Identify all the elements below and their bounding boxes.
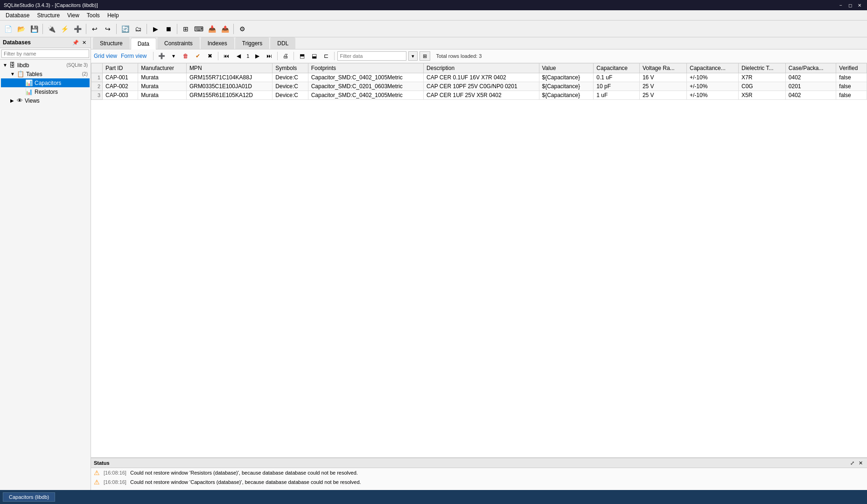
- cell-symbols[interactable]: Device:C: [273, 91, 308, 100]
- tree-toggle-tables[interactable]: ▼: [10, 71, 17, 77]
- cell-voltage-rating[interactable]: 16 V: [639, 73, 686, 82]
- schema-btn[interactable]: 🗂: [132, 23, 144, 35]
- cell-manufacturer[interactable]: Murata: [138, 82, 187, 91]
- rollback-btn[interactable]: ✖: [205, 51, 215, 61]
- tree-item-tables[interactable]: ▼ 📋 Tables (2): [1, 70, 90, 78]
- cell-part-id[interactable]: CAP-002: [103, 82, 138, 91]
- tree-item-views[interactable]: ▶ 👁 Views: [1, 96, 90, 105]
- col-manufacturer[interactable]: Manufacturer: [138, 63, 187, 73]
- cell-manufacturer[interactable]: Murata: [138, 73, 187, 82]
- tree-toggle-libdb[interactable]: ▼: [3, 63, 9, 68]
- tab-structure[interactable]: Structure: [93, 37, 130, 49]
- cell-case/package[interactable]: 0402: [785, 73, 836, 82]
- cell-capacitance[interactable]: 1 uF: [594, 91, 640, 100]
- cell-verified[interactable]: false: [836, 82, 867, 91]
- cell-verified[interactable]: false: [836, 73, 867, 82]
- cell-capacitance-tol[interactable]: +/-10%: [687, 73, 739, 82]
- col-description[interactable]: Description: [424, 63, 539, 73]
- import-btn[interactable]: 📥: [206, 23, 218, 35]
- cell-voltage-rating[interactable]: 25 V: [639, 82, 686, 91]
- settings-btn[interactable]: ⚙: [236, 23, 248, 35]
- table-row[interactable]: 2CAP-002MurataGRM0335C1E100JA01DDevice:C…: [91, 82, 867, 91]
- first-page-btn[interactable]: ⏮: [221, 51, 231, 61]
- tab-triggers[interactable]: Triggers: [235, 37, 270, 49]
- stop-btn[interactable]: ⏹: [162, 23, 175, 35]
- menu-structure[interactable]: Structure: [33, 11, 63, 20]
- redo-btn[interactable]: ↪: [102, 23, 114, 35]
- cell-part-id[interactable]: CAP-001: [103, 73, 138, 82]
- cell-case/package[interactable]: 0402: [785, 91, 836, 100]
- col-symbols[interactable]: Symbols: [273, 63, 308, 73]
- cell-footprints[interactable]: Capacitor_SMD:C_0201_0603Metric: [308, 82, 423, 91]
- tree-item-resistors[interactable]: 📊 Resistors: [1, 87, 90, 96]
- cell-capacitance[interactable]: 10 pF: [594, 82, 640, 91]
- tree-item-libdb[interactable]: ▼ 🗄 libdb (SQLite 3): [1, 61, 90, 70]
- disconnect-btn[interactable]: ⚡: [58, 23, 70, 35]
- cell-footprints[interactable]: Capacitor_SMD:C_0402_1005Metric: [308, 91, 423, 100]
- grid-view-link[interactable]: Grid view: [94, 53, 117, 59]
- filter-apply-btn[interactable]: ▾: [408, 51, 418, 61]
- save-btn[interactable]: 💾: [28, 23, 40, 35]
- sidebar-pin-btn[interactable]: 📌: [72, 39, 79, 46]
- table-row[interactable]: 1CAP-001MurataGRM155R71C104KA88JDevice:C…: [91, 73, 867, 82]
- cell-capacitance[interactable]: 0.1 uF: [594, 73, 640, 82]
- cell-capacitance-tol[interactable]: +/-10%: [687, 91, 739, 100]
- cell-capacitance-tol[interactable]: +/-10%: [687, 82, 739, 91]
- status-panel-close-btn[interactable]: ✕: [857, 459, 864, 467]
- cell-mpn[interactable]: GRM0335C1E100JA01D: [186, 82, 272, 91]
- filter-clear-btn[interactable]: ⊞: [420, 51, 430, 61]
- col-value[interactable]: Value: [539, 63, 594, 73]
- tree-item-capacitors[interactable]: 📊 Capacitors: [1, 78, 90, 87]
- run-btn[interactable]: ▶: [149, 23, 161, 35]
- tab-indexes[interactable]: Indexes: [201, 37, 234, 49]
- tab-ddl[interactable]: DDL: [270, 37, 295, 49]
- cell-symbols[interactable]: Device:C: [273, 82, 308, 91]
- table-btn[interactable]: ⊞: [180, 23, 192, 35]
- cell-mpn[interactable]: GRM155R61E105KA12D: [186, 91, 272, 100]
- cell-description[interactable]: CAP CER 1UF 25V X5R 0402: [424, 91, 539, 100]
- cell-symbols[interactable]: Device:C: [273, 73, 308, 82]
- table-row[interactable]: 3CAP-003MurataGRM155R61E105KA12DDevice:C…: [91, 91, 867, 100]
- status-panel-expand-btn[interactable]: ⤢: [848, 459, 856, 467]
- col-footprints[interactable]: Footprints: [308, 63, 423, 73]
- new-btn[interactable]: 📄: [2, 23, 14, 35]
- open-btn[interactable]: 📂: [15, 23, 27, 35]
- prev-page-btn[interactable]: ◀: [233, 51, 244, 61]
- taskbar-item-capacitors[interactable]: Capacitors (libdb): [3, 492, 55, 502]
- tab-data[interactable]: Data: [131, 38, 156, 49]
- export-sel-btn[interactable]: ⬒: [297, 51, 307, 61]
- cell-voltage-rating[interactable]: 25 V: [639, 91, 686, 100]
- sidebar-close-btn[interactable]: ✕: [80, 39, 88, 46]
- add-row-dd-btn[interactable]: ▾: [168, 51, 179, 61]
- menu-database[interactable]: Database: [2, 11, 33, 20]
- cell-mpn[interactable]: GRM155R71C104KA88J: [186, 73, 272, 82]
- delete-row-btn[interactable]: 🗑: [181, 51, 191, 61]
- filter-input[interactable]: [337, 51, 406, 61]
- copy-btn[interactable]: ⊏: [321, 51, 331, 61]
- undo-btn[interactable]: ↩: [89, 23, 101, 35]
- cell-value[interactable]: ${Capacitance}: [539, 73, 594, 82]
- refresh-btn[interactable]: 🔄: [119, 23, 131, 35]
- import-sel-btn[interactable]: ⬓: [309, 51, 319, 61]
- cell-footprints[interactable]: Capacitor_SMD:C_0402_1005Metric: [308, 73, 423, 82]
- print-btn[interactable]: 🖨: [280, 51, 291, 61]
- cell-verified[interactable]: false: [836, 91, 867, 100]
- cell-description[interactable]: CAP CER 10PF 25V C0G/NP0 0201: [424, 82, 539, 91]
- tab-constraints[interactable]: Constraints: [157, 37, 200, 49]
- query-btn[interactable]: ⌨: [193, 23, 205, 35]
- col-capacitance[interactable]: Capacitance: [594, 63, 640, 73]
- col-voltage-rating[interactable]: Voltage Ra...: [639, 63, 686, 73]
- cell-dielectric-type[interactable]: X5R: [739, 91, 786, 100]
- col-dielectric[interactable]: Dielectric T...: [739, 63, 786, 73]
- cell-dielectric-type[interactable]: C0G: [739, 82, 786, 91]
- tree-toggle-views[interactable]: ▶: [10, 98, 17, 103]
- next-page-btn[interactable]: ▶: [252, 51, 262, 61]
- col-cap-tol[interactable]: Capacitance...: [687, 63, 739, 73]
- menu-tools[interactable]: Tools: [83, 11, 104, 20]
- add-db-btn[interactable]: ➕: [71, 23, 84, 35]
- export-btn[interactable]: 📤: [219, 23, 231, 35]
- cell-case/package[interactable]: 0201: [785, 82, 836, 91]
- col-part-id[interactable]: Part ID: [103, 63, 138, 73]
- cell-value[interactable]: ${Capacitance}: [539, 91, 594, 100]
- menu-view[interactable]: View: [63, 11, 83, 20]
